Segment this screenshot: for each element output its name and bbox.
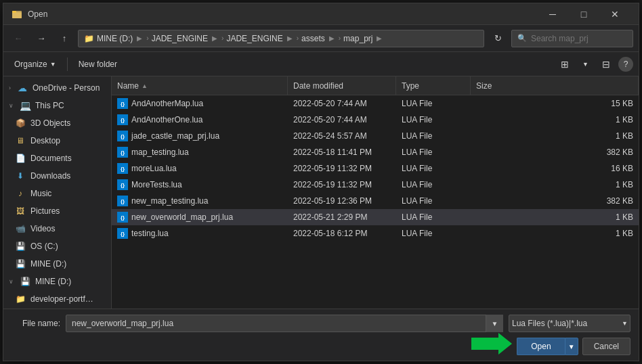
- sort-arrow-icon: ▲: [142, 83, 148, 89]
- col-header-size[interactable]: Size: [471, 76, 639, 95]
- sidebar-item-3d-objects[interactable]: 📦 3D Objects: [3, 114, 111, 132]
- breadcrumb-item-mapprj: map_prj ▶: [343, 34, 383, 43]
- filename-row: File name: ▼ Lua Files (*.lua)|*.lua ▼: [12, 315, 630, 332]
- sidebar-item-this-pc[interactable]: ∨ 💻 This PC: [3, 97, 111, 114]
- file-date-cell: 2022-05-20 7:44 AM: [288, 95, 396, 112]
- sidebar-item-os-c[interactable]: 💾 OS (C:): [3, 237, 111, 255]
- breadcrumb-assets-dropdown[interactable]: ▶: [328, 35, 336, 42]
- svg-rect-2: [12, 11, 16, 13]
- file-type-cell: LUA File: [396, 193, 471, 209]
- file-name-cell: {}AndAnotherMap.lua: [112, 95, 288, 112]
- sidebar-item-mine-d[interactable]: 💾 MINE (D:): [3, 255, 111, 273]
- col-header-type[interactable]: Type: [396, 76, 471, 95]
- file-type-cell: LUA File: [396, 95, 471, 112]
- minimize-button[interactable]: ─: [537, 3, 568, 25]
- title-bar-left: Open: [12, 9, 47, 20]
- maximize-button[interactable]: □: [568, 3, 599, 25]
- sidebar-item-desktop[interactable]: 🖥 Desktop: [3, 132, 111, 150]
- file-list: {}AndAnotherMap.lua2022-05-20 7:44 AMLUA…: [112, 95, 639, 309]
- file-area: Name ▲ Date modified Type Size {}AndAnot…: [112, 76, 639, 309]
- sidebar-label-documents: Documents: [30, 154, 72, 163]
- table-row[interactable]: {}AndAnotherOne.lua2022-05-20 7:44 AMLUA…: [112, 112, 639, 128]
- breadcrumb-item-jade1: JADE_ENGINE ▶: [152, 34, 219, 43]
- breadcrumb-mapprj-dropdown[interactable]: ▶: [375, 35, 383, 42]
- folder-desktop-icon: 🖥: [14, 136, 26, 145]
- action-row: Open ▼ Cancel: [12, 338, 630, 355]
- table-row[interactable]: {}new_overworld_map_prj.lua2022-05-21 2:…: [112, 209, 639, 225]
- open-dropdown-button[interactable]: ▼: [565, 338, 578, 355]
- forward-button[interactable]: →: [32, 29, 51, 48]
- new-folder-button[interactable]: New folder: [73, 55, 123, 74]
- lua-file-icon: {}: [117, 228, 128, 239]
- search-input[interactable]: [531, 34, 627, 43]
- expand-icon-pc: ∨: [9, 102, 14, 109]
- sidebar-label-desktop: Desktop: [30, 136, 60, 145]
- breadcrumb-jade1-dropdown[interactable]: ▶: [211, 35, 219, 42]
- table-row[interactable]: {}MoreTests.lua2022-05-19 11:32 PMLUA Fi…: [112, 177, 639, 193]
- table-row[interactable]: {}moreLua.lua2022-05-19 11:32 PMLUA File…: [112, 160, 639, 177]
- view-dropdown-button[interactable]: ▼: [577, 55, 594, 74]
- open-button[interactable]: Open: [517, 338, 564, 355]
- sidebar-item-pictures[interactable]: 🖼 Pictures: [3, 202, 111, 220]
- sidebar-item-onedrive[interactable]: › ☁ OneDrive - Person: [3, 79, 111, 97]
- sidebar-item-dev-portfolio[interactable]: 📁 developer-portf…: [3, 290, 111, 308]
- help-button[interactable]: ?: [618, 57, 633, 72]
- filename-label: File name:: [12, 319, 60, 328]
- sidebar-label-mine-d2: MINE (D:): [35, 277, 71, 286]
- filename-input[interactable]: [66, 315, 503, 332]
- organize-button[interactable]: Organize ▼: [9, 55, 62, 74]
- file-size-cell: 15 KB: [471, 95, 639, 112]
- open-btn-group: Open ▼: [517, 338, 578, 355]
- breadcrumb-folder-icon: 📁: [84, 34, 94, 43]
- file-type-cell: LUA File: [396, 225, 471, 242]
- up-button[interactable]: ↑: [55, 29, 74, 48]
- lua-file-icon: {}: [117, 179, 128, 190]
- lua-file-icon: {}: [117, 212, 128, 223]
- file-size-cell: 1 KB: [471, 177, 639, 193]
- cancel-button[interactable]: Cancel: [582, 338, 630, 355]
- folder-vid-icon: 📹: [14, 224, 26, 233]
- view-details-button[interactable]: ⊞: [555, 55, 574, 74]
- table-row[interactable]: {}jade_castle_map_prj.lua2022-05-24 5:57…: [112, 128, 639, 144]
- file-size-cell: 1 KB: [471, 209, 639, 225]
- file-date-cell: 2022-05-18 6:12 PM: [288, 225, 396, 242]
- sidebar-label-dev-portfolio: developer-portf…: [30, 294, 93, 304]
- sidebar-item-documents[interactable]: 📄 Documents: [3, 150, 111, 167]
- sidebar-label-downloads: Downloads: [30, 171, 70, 181]
- file-date-cell: 2022-05-20 7:44 AM: [288, 112, 396, 128]
- sidebar-label-3d-objects: 3D Objects: [30, 118, 70, 128]
- file-name-cell: {}moreLua.lua: [112, 160, 288, 177]
- col-header-date[interactable]: Date modified: [288, 76, 396, 95]
- breadcrumb-mine-dropdown[interactable]: ▶: [135, 35, 144, 42]
- drive-d2-icon: 💾: [19, 277, 31, 286]
- drive-c-icon: 💾: [14, 242, 26, 251]
- file-name-cell: {}map_testing.lua: [112, 144, 288, 160]
- table-row[interactable]: {}testing.lua2022-05-18 6:12 PMLUA File1…: [112, 225, 639, 242]
- table-row[interactable]: {}new_map_testing.lua2022-05-19 12:36 PM…: [112, 193, 639, 209]
- sidebar-item-downloads[interactable]: ⬇ Downloads: [3, 167, 111, 185]
- expand-mine-d2: ∨: [9, 278, 14, 285]
- file-date-cell: 2022-05-19 12:36 PM: [288, 193, 396, 209]
- view-large-button[interactable]: ⊟: [597, 55, 616, 74]
- sidebar-item-mine-d2[interactable]: ∨ 💾 MINE (D:): [3, 273, 111, 290]
- address-bar: ← → ↑ 📁 MINE (D:) ▶ › JADE_ENGINE ▶ › JA…: [3, 25, 639, 52]
- filename-dropdown-button[interactable]: ▼: [486, 315, 503, 332]
- filetype-select[interactable]: Lua Files (*.lua)|*.lua: [509, 315, 630, 332]
- file-name-cell: {}testing.lua: [112, 225, 288, 242]
- toolbar-right: ⊞ ▼ ⊟ ?: [555, 55, 633, 74]
- col-header-name[interactable]: Name ▲: [112, 76, 288, 95]
- refresh-button[interactable]: ↻: [488, 29, 507, 48]
- file-name-cell: {}AndAnotherOne.lua: [112, 112, 288, 128]
- toolbar-separator: [67, 58, 68, 71]
- folder-music-icon: ♪: [14, 189, 26, 198]
- sidebar-item-music[interactable]: ♪ Music: [3, 185, 111, 202]
- lua-file-icon: {}: [117, 114, 128, 125]
- table-row[interactable]: {}AndAnotherMap.lua2022-05-20 7:44 AMLUA…: [112, 95, 639, 112]
- lua-file-icon: {}: [117, 163, 128, 174]
- close-button[interactable]: ✕: [599, 3, 630, 25]
- table-row[interactable]: {}map_testing.lua2022-05-18 11:41 PMLUA …: [112, 144, 639, 160]
- back-button[interactable]: ←: [9, 29, 28, 48]
- breadcrumb-jade2-dropdown[interactable]: ▶: [286, 35, 294, 42]
- sidebar-item-videos[interactable]: 📹 Videos: [3, 220, 111, 237]
- breadcrumb-item-mine: MINE (D:) ▶: [97, 34, 144, 43]
